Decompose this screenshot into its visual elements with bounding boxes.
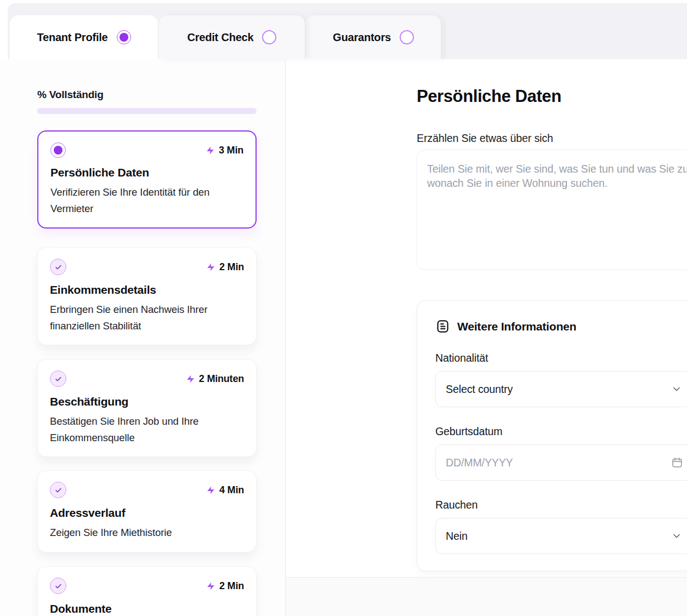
page-title: Persönliche Daten (417, 87, 561, 106)
step-description: Zeigen Sie Ihre Miethistorie (50, 524, 244, 541)
birthdate-input[interactable]: DD/MM/YYYY (435, 444, 687, 481)
radio-empty-icon (400, 30, 414, 44)
step-duration: 4 Min (219, 484, 244, 496)
tab-tenant-profile[interactable]: Tenant Profile (10, 15, 158, 59)
zap-icon (206, 484, 215, 496)
tab-label: Tenant Profile (37, 31, 107, 44)
step-card-personal-data[interactable]: 3 Min Persönliche Daten Verifizieren Sie… (37, 130, 257, 229)
zap-icon (186, 373, 195, 385)
birthdate-label: Geburtsdatum (435, 425, 687, 438)
info-card-title: Weitere Informationen (457, 320, 576, 333)
radio-selected-icon (50, 142, 66, 158)
step-description: Verifizieren Sie Ihre Identität für den … (50, 184, 243, 216)
smoking-label: Rauchen (435, 499, 687, 511)
check-icon (50, 370, 66, 387)
check-icon (50, 482, 66, 498)
note-icon (435, 319, 450, 334)
check-icon (50, 259, 66, 275)
check-icon (50, 578, 66, 594)
select-value: Nein (446, 530, 468, 543)
step-title: Persönliche Daten (50, 166, 243, 179)
step-duration: 2 Min (219, 261, 244, 273)
steps-sidebar: % Vollständig 3 Min Persönliche Daten Ve… (0, 59, 285, 616)
step-title: Einkommensdetails (50, 283, 244, 296)
calendar-icon (671, 457, 683, 469)
step-card-address-history[interactable]: 4 Min Adressverlauf Zeigen Sie Ihre Miet… (37, 470, 257, 552)
tab-label: Guarantors (333, 31, 391, 44)
about-textarea[interactable]: Teilen Sie mit, wer Sie sind, was Sie tu… (417, 150, 687, 270)
step-card-income-details[interactable]: 2 Min Einkommensdetails Erbringen Sie ei… (37, 247, 257, 345)
step-duration: 3 Min (219, 145, 243, 156)
tab-guarantors[interactable]: Guarantors (306, 15, 441, 59)
radio-dot (120, 33, 128, 42)
progress-bar (37, 108, 257, 114)
tab-label: Credit Check (188, 31, 254, 44)
about-label: Erzählen Sie etwas über sich (417, 132, 553, 145)
step-card-employment[interactable]: 2 Minuten Beschäftigung Bestätigen Sie I… (37, 359, 257, 457)
step-duration: 2 Min (219, 580, 244, 592)
footer-area (286, 578, 687, 616)
smoking-select[interactable]: Nein (435, 518, 687, 554)
step-title: Adressverlauf (50, 506, 244, 520)
nationality-label: Nationalität (435, 352, 687, 364)
radio-dot (54, 146, 63, 155)
progress-label: % Vollständig (37, 89, 104, 101)
nationality-select[interactable]: Select country (435, 371, 687, 407)
zap-icon (206, 580, 215, 592)
zap-icon (206, 261, 215, 273)
chevron-down-icon (671, 531, 682, 541)
step-title: Beschäftigung (50, 395, 244, 408)
textarea-placeholder: wonach Sie in einer Wohnung suchen. (427, 176, 687, 190)
tab-credit-check[interactable]: Credit Check (159, 15, 305, 59)
radio-selected-icon (117, 30, 131, 44)
chevron-down-icon (671, 384, 682, 395)
step-title: Dokumente (50, 602, 244, 615)
step-description: Erbringen Sie einen Nachweis Ihrer finan… (50, 301, 244, 334)
input-placeholder: DD/MM/YYYY (446, 457, 513, 469)
zap-icon (206, 145, 215, 156)
additional-info-card: Weitere Informationen Nationalität Selec… (417, 300, 687, 571)
step-card-documents[interactable]: 2 Min Dokumente (37, 566, 257, 616)
step-description: Bestätigen Sie Ihren Job und Ihre Einkom… (50, 413, 244, 446)
select-value: Select country (446, 383, 513, 396)
radio-empty-icon (262, 30, 276, 44)
textarea-placeholder: Teilen Sie mit, wer Sie sind, was Sie tu… (427, 162, 687, 176)
main-panel: Persönliche Daten Erzählen Sie etwas übe… (286, 59, 687, 616)
step-duration: 2 Minuten (199, 373, 244, 385)
